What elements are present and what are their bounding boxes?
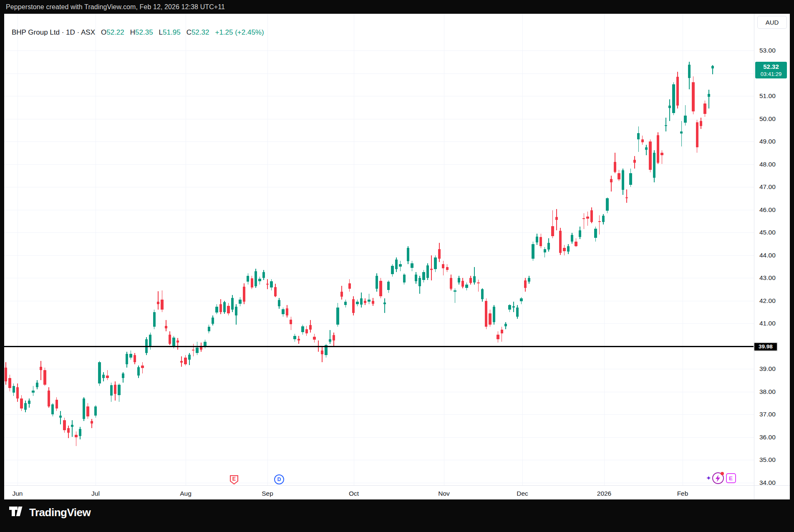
candle-body[interactable] [469,278,472,283]
candle-body[interactable] [223,302,226,312]
candle-body[interactable] [700,121,702,126]
candle-body[interactable] [13,386,15,393]
candle-body[interactable] [532,244,534,259]
candle-body[interactable] [235,307,237,315]
candle-body[interactable] [208,327,210,331]
candle-body[interactable] [5,368,7,381]
candle-body[interactable] [102,375,105,378]
candle-body[interactable] [680,131,683,134]
candle-body[interactable] [180,361,183,363]
candle-body[interactable] [372,301,374,304]
candle-body[interactable] [141,366,144,368]
candle-body[interactable] [481,289,484,299]
candle-body[interactable] [336,308,339,325]
candle-body[interactable] [594,229,597,237]
candle-body[interactable] [379,281,382,296]
candle-body[interactable] [122,373,124,378]
candle-body[interactable] [67,428,70,433]
candle-body[interactable] [293,336,296,339]
candle-body[interactable] [446,267,449,270]
candle-body[interactable] [20,398,23,409]
candle-body[interactable] [442,264,444,268]
candle-body[interactable] [169,335,171,344]
candle-body[interactable] [153,312,156,327]
candle-body[interactable] [575,242,577,246]
candle-body[interactable] [247,276,249,282]
candle-body[interactable] [239,300,241,304]
candle-body[interactable] [352,299,355,313]
candle-body[interactable] [344,302,347,305]
candle-body[interactable] [309,325,312,330]
candle-body[interactable] [63,420,66,431]
candle-body[interactable] [684,116,686,123]
candle-body[interactable] [368,300,370,302]
candle-body[interactable] [551,226,554,237]
candle-body[interactable] [290,320,292,324]
candle-body[interactable] [586,217,589,219]
candle-body[interactable] [83,398,85,419]
candle-body[interactable] [215,307,218,313]
candle-body[interactable] [399,264,401,267]
candle-body[interactable] [563,248,565,251]
candle-body[interactable] [618,173,620,179]
candle-body[interactable] [708,94,710,97]
candle-body[interactable] [539,237,542,246]
candle-body[interactable] [278,300,280,306]
candle-body[interactable] [348,283,351,289]
candle-body[interactable] [450,278,452,289]
candle-body[interactable] [161,300,163,310]
symbol-header[interactable]: BHP Group Ltd · 1D · ASX O52.22 H52.35 L… [12,28,264,37]
candle-body[interactable] [196,348,198,353]
candle-body[interactable] [149,335,151,347]
candle-body[interactable] [422,272,425,280]
candle-body[interactable] [454,290,456,292]
candle-body[interactable] [79,429,81,436]
candle-body[interactable] [606,198,608,211]
candle-body[interactable] [602,216,605,222]
candle-body[interactable] [637,133,640,139]
candle-body[interactable] [305,329,308,334]
candle-body[interactable] [43,370,46,385]
candle-body[interactable] [114,385,116,394]
candle-body[interactable] [501,330,503,334]
candle-body[interactable] [75,435,77,437]
candle-body[interactable] [493,307,495,322]
candle-body[interactable] [489,313,491,325]
candle-body[interactable] [274,287,277,296]
candle-body[interactable] [692,82,694,111]
candle-body[interactable] [40,367,42,370]
dividend-marker-icon[interactable]: D [274,474,285,485]
candle-body[interactable] [227,306,229,313]
candle-body[interactable] [24,403,27,410]
candle-body[interactable] [376,276,378,289]
candle-body[interactable] [165,326,167,329]
candle-body[interactable] [465,285,468,288]
candle-body[interactable] [665,125,667,126]
candle-body[interactable] [321,350,323,354]
candle-body[interactable] [106,376,108,378]
candle-body[interactable] [282,309,284,315]
candle-body[interactable] [504,324,507,327]
candle-body[interactable] [51,404,54,415]
candle-body[interactable] [8,378,11,388]
candle-body[interactable] [645,147,648,150]
candle-body[interactable] [512,306,515,308]
candle-body[interactable] [172,338,175,346]
candle-body[interactable] [243,287,245,302]
candle-body[interactable] [458,278,460,282]
candle-body[interactable] [625,197,628,199]
candle-body[interactable] [696,122,698,147]
candle-body[interactable] [672,84,675,113]
candle-body[interactable] [508,305,511,310]
candle-body[interactable] [192,350,194,351]
candle-body[interactable] [622,170,624,190]
candle-body[interactable] [657,135,659,163]
candle-body[interactable] [258,279,261,282]
candle-body[interactable] [219,304,222,312]
candle-body[interactable] [567,246,570,252]
corner-icon-cluster[interactable]: ✦ E [706,472,736,484]
candle-body[interactable] [266,284,269,285]
candle-body[interactable] [59,416,62,418]
candle-body[interactable] [71,425,73,427]
candle-body[interactable] [231,298,234,310]
